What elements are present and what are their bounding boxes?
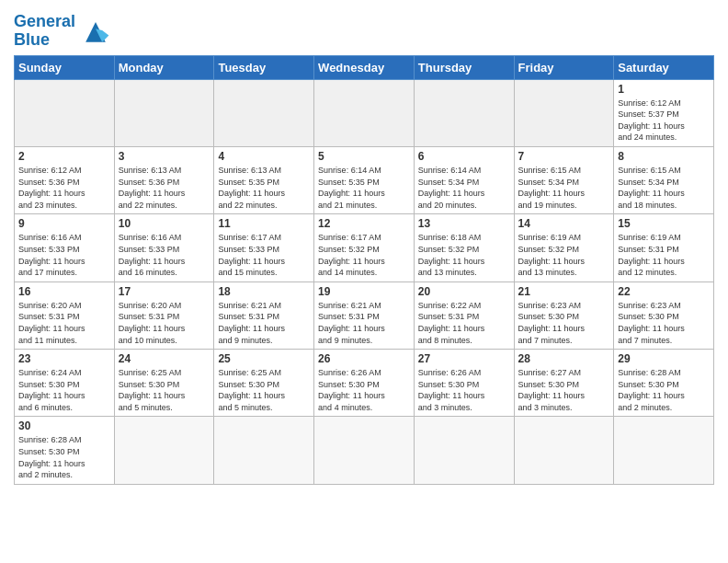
day-info: Sunrise: 6:18 AMSunset: 5:32 PMDaylight:… <box>418 232 510 278</box>
day-info: Sunrise: 6:25 AMSunset: 5:30 PMDaylight:… <box>218 367 310 413</box>
day-number: 8 <box>618 150 710 163</box>
calendar-cell: 10Sunrise: 6:16 AMSunset: 5:33 PMDayligh… <box>114 214 214 282</box>
day-number: 12 <box>318 217 410 230</box>
day-number: 25 <box>218 352 310 365</box>
calendar-cell <box>414 417 514 484</box>
day-info: Sunrise: 6:12 AMSunset: 5:36 PMDaylight:… <box>18 165 110 211</box>
calendar-cell: 28Sunrise: 6:27 AMSunset: 5:30 PMDayligh… <box>514 350 614 417</box>
calendar-cell: 20Sunrise: 6:22 AMSunset: 5:31 PMDayligh… <box>414 282 514 349</box>
weekday-monday: Monday <box>114 55 214 79</box>
calendar-cell <box>314 417 415 484</box>
calendar-cell: 29Sunrise: 6:28 AMSunset: 5:30 PMDayligh… <box>614 350 714 417</box>
logo-icon <box>79 18 112 44</box>
calendar-cell: 17Sunrise: 6:20 AMSunset: 5:31 PMDayligh… <box>114 282 214 349</box>
day-number: 30 <box>18 419 110 432</box>
weekday-saturday: Saturday <box>614 55 714 79</box>
day-info: Sunrise: 6:26 AMSunset: 5:30 PMDaylight:… <box>318 367 410 413</box>
day-info: Sunrise: 6:19 AMSunset: 5:31 PMDaylight:… <box>618 232 710 278</box>
day-number: 10 <box>119 217 210 230</box>
calendar-cell: 3Sunrise: 6:13 AMSunset: 5:36 PMDaylight… <box>114 146 214 213</box>
calendar-cell: 24Sunrise: 6:25 AMSunset: 5:30 PMDayligh… <box>114 350 214 417</box>
calendar-cell: 2Sunrise: 6:12 AMSunset: 5:36 PMDaylight… <box>15 146 115 213</box>
day-number: 9 <box>18 217 110 230</box>
calendar-cell: 12Sunrise: 6:17 AMSunset: 5:32 PMDayligh… <box>314 214 415 282</box>
day-info: Sunrise: 6:16 AMSunset: 5:33 PMDaylight:… <box>119 232 210 278</box>
day-info: Sunrise: 6:24 AMSunset: 5:30 PMDaylight:… <box>18 367 110 413</box>
day-info: Sunrise: 6:12 AMSunset: 5:37 PMDaylight:… <box>618 98 710 144</box>
day-number: 23 <box>18 352 110 365</box>
calendar-cell: 26Sunrise: 6:26 AMSunset: 5:30 PMDayligh… <box>314 350 415 417</box>
calendar-row: 16Sunrise: 6:20 AMSunset: 5:31 PMDayligh… <box>15 282 714 349</box>
calendar-row: 1Sunrise: 6:12 AMSunset: 5:37 PMDaylight… <box>15 79 714 146</box>
calendar-cell <box>214 417 314 484</box>
day-number: 18 <box>218 285 310 298</box>
day-info: Sunrise: 6:20 AMSunset: 5:31 PMDaylight:… <box>119 300 210 346</box>
day-info: Sunrise: 6:21 AMSunset: 5:31 PMDaylight:… <box>218 300 310 346</box>
day-number: 14 <box>518 217 610 230</box>
day-number: 13 <box>418 217 510 230</box>
calendar-cell: 1Sunrise: 6:12 AMSunset: 5:37 PMDaylight… <box>614 79 714 146</box>
day-info: Sunrise: 6:13 AMSunset: 5:35 PMDaylight:… <box>218 165 310 211</box>
calendar-row: 23Sunrise: 6:24 AMSunset: 5:30 PMDayligh… <box>15 350 714 417</box>
weekday-tuesday: Tuesday <box>214 55 314 79</box>
calendar-cell: 8Sunrise: 6:15 AMSunset: 5:34 PMDaylight… <box>614 146 714 213</box>
day-info: Sunrise: 6:26 AMSunset: 5:30 PMDaylight:… <box>418 367 510 413</box>
calendar-cell: 21Sunrise: 6:23 AMSunset: 5:30 PMDayligh… <box>514 282 614 349</box>
header: General Blue <box>14 9 714 50</box>
day-number: 19 <box>318 285 410 298</box>
day-number: 7 <box>518 150 610 163</box>
calendar-cell: 18Sunrise: 6:21 AMSunset: 5:31 PMDayligh… <box>214 282 314 349</box>
day-number: 3 <box>119 150 210 163</box>
day-number: 17 <box>119 285 210 298</box>
calendar-row: 9Sunrise: 6:16 AMSunset: 5:33 PMDaylight… <box>15 214 714 282</box>
logo: General Blue <box>14 13 112 50</box>
calendar-cell: 23Sunrise: 6:24 AMSunset: 5:30 PMDayligh… <box>15 350 115 417</box>
logo-text: General <box>14 13 75 31</box>
logo-general: General <box>14 12 75 30</box>
day-number: 27 <box>418 352 510 365</box>
day-number: 24 <box>119 352 210 365</box>
day-info: Sunrise: 6:28 AMSunset: 5:30 PMDaylight:… <box>618 367 710 413</box>
calendar-cell: 27Sunrise: 6:26 AMSunset: 5:30 PMDayligh… <box>414 350 514 417</box>
calendar-cell <box>514 417 614 484</box>
day-info: Sunrise: 6:23 AMSunset: 5:30 PMDaylight:… <box>518 300 610 346</box>
calendar-cell <box>114 417 214 484</box>
weekday-sunday: Sunday <box>15 55 115 79</box>
day-number: 5 <box>318 150 410 163</box>
calendar-cell <box>314 79 415 146</box>
calendar-row: 2Sunrise: 6:12 AMSunset: 5:36 PMDaylight… <box>15 146 714 213</box>
day-number: 28 <box>518 352 610 365</box>
calendar-cell: 16Sunrise: 6:20 AMSunset: 5:31 PMDayligh… <box>15 282 115 349</box>
calendar-cell <box>414 79 514 146</box>
weekday-thursday: Thursday <box>414 55 514 79</box>
day-number: 26 <box>318 352 410 365</box>
calendar-cell <box>514 79 614 146</box>
day-info: Sunrise: 6:13 AMSunset: 5:36 PMDaylight:… <box>119 165 210 211</box>
calendar-cell: 5Sunrise: 6:14 AMSunset: 5:35 PMDaylight… <box>314 146 415 213</box>
calendar-cell: 19Sunrise: 6:21 AMSunset: 5:31 PMDayligh… <box>314 282 415 349</box>
day-number: 1 <box>618 83 710 96</box>
calendar-row: 30Sunrise: 6:28 AMSunset: 5:30 PMDayligh… <box>15 417 714 484</box>
calendar-cell: 7Sunrise: 6:15 AMSunset: 5:34 PMDaylight… <box>514 146 614 213</box>
day-info: Sunrise: 6:19 AMSunset: 5:32 PMDaylight:… <box>518 232 610 278</box>
day-info: Sunrise: 6:15 AMSunset: 5:34 PMDaylight:… <box>618 165 710 211</box>
calendar-cell: 4Sunrise: 6:13 AMSunset: 5:35 PMDaylight… <box>214 146 314 213</box>
day-info: Sunrise: 6:23 AMSunset: 5:30 PMDaylight:… <box>618 300 710 346</box>
day-info: Sunrise: 6:22 AMSunset: 5:31 PMDaylight:… <box>418 300 510 346</box>
day-info: Sunrise: 6:17 AMSunset: 5:32 PMDaylight:… <box>318 232 410 278</box>
day-info: Sunrise: 6:25 AMSunset: 5:30 PMDaylight:… <box>119 367 210 413</box>
day-info: Sunrise: 6:20 AMSunset: 5:31 PMDaylight:… <box>18 300 110 346</box>
day-info: Sunrise: 6:27 AMSunset: 5:30 PMDaylight:… <box>518 367 610 413</box>
calendar-cell: 14Sunrise: 6:19 AMSunset: 5:32 PMDayligh… <box>514 214 614 282</box>
calendar-cell <box>614 417 714 484</box>
day-info: Sunrise: 6:28 AMSunset: 5:30 PMDaylight:… <box>18 434 110 480</box>
day-info: Sunrise: 6:17 AMSunset: 5:33 PMDaylight:… <box>218 232 310 278</box>
day-number: 20 <box>418 285 510 298</box>
calendar-cell <box>114 79 214 146</box>
calendar-cell: 22Sunrise: 6:23 AMSunset: 5:30 PMDayligh… <box>614 282 714 349</box>
day-number: 21 <box>518 285 610 298</box>
calendar-cell <box>214 79 314 146</box>
calendar-cell: 6Sunrise: 6:14 AMSunset: 5:34 PMDaylight… <box>414 146 514 213</box>
day-number: 2 <box>18 150 110 163</box>
day-number: 11 <box>218 217 310 230</box>
